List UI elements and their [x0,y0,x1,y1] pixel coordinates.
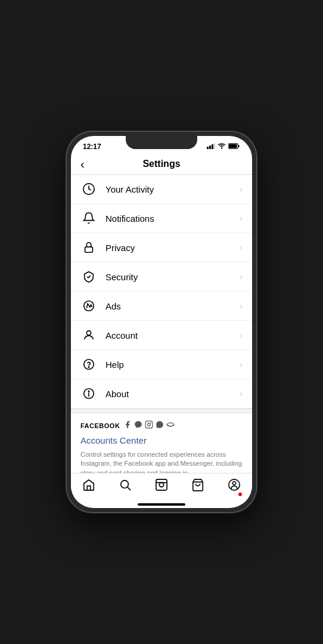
whatsapp-icon [156,420,164,431]
home-indicator [138,503,185,506]
ads-label: Ads [105,301,240,311]
svg-line-21 [128,487,131,490]
nav-shop[interactable] [187,477,209,496]
settings-row-about[interactable]: About › [71,379,252,408]
settings-content: Your Activity › Notifications › [71,175,252,473]
back-button[interactable]: ‹ [80,157,85,171]
help-icon [80,356,97,373]
svg-rect-16 [146,421,153,428]
lock-icon [80,239,97,256]
facebook-icon [123,420,132,431]
portal-icon [166,420,175,431]
svg-rect-5 [238,145,240,147]
notch [126,136,197,149]
chevron-icon: › [240,360,243,369]
svg-point-15 [88,391,89,392]
messenger-icon [134,420,142,431]
status-time: 12:17 [83,143,101,151]
account-label: Account [105,330,240,340]
settings-row-security[interactable]: Security › [71,262,252,292]
chevron-icon: › [240,213,243,223]
nav-search[interactable] [114,477,136,496]
settings-row-privacy[interactable]: Privacy › [71,233,252,262]
battery-icon [228,143,240,150]
profile-notification-dot [238,493,242,496]
reels-icon [155,478,168,495]
nav-reels[interactable] [150,477,173,496]
bell-icon [80,210,97,227]
status-icons [207,143,240,150]
settings-header: ‹ Settings [71,154,252,175]
accounts-center-link[interactable]: Accounts Center [80,435,243,445]
facebook-section: FACEBOOK [71,413,252,473]
facebook-title: FACEBOOK [80,422,120,429]
facebook-header: FACEBOOK [80,420,243,431]
bottom-navigation [71,473,252,503]
svg-rect-6 [229,144,237,148]
page-title: Settings [142,159,180,169]
facebook-description: Control settings for connected experienc… [80,450,243,473]
nav-profile[interactable] [223,477,246,496]
svg-rect-1 [209,145,211,149]
wifi-icon [218,143,226,150]
instagram-icon [145,420,153,431]
svg-point-20 [121,481,129,488]
ads-icon [80,298,97,314]
your-activity-label: Your Activity [105,184,240,194]
svg-point-12 [88,367,89,367]
chevron-icon: › [240,301,243,311]
notifications-label: Notifications [105,213,240,224]
chevron-icon: › [240,389,243,398]
main-settings-section: Your Activity › Notifications › [71,175,252,408]
chevron-icon: › [240,272,243,281]
settings-row-ads[interactable]: Ads › [71,292,252,321]
settings-row-account[interactable]: Account › [71,321,252,350]
security-label: Security [105,272,240,282]
help-label: Help [105,360,240,370]
shop-icon [191,478,204,495]
svg-rect-22 [156,479,167,490]
signal-icon [207,143,215,150]
chevron-icon: › [240,330,243,340]
svg-rect-0 [207,147,209,149]
svg-rect-3 [214,143,215,149]
facebook-brand-icons [123,420,175,431]
svg-point-10 [86,331,91,335]
svg-rect-8 [85,247,93,252]
settings-row-your-activity[interactable]: Your Activity › [71,175,252,204]
settings-row-help[interactable]: Help › [71,350,252,379]
svg-point-27 [232,482,236,485]
chevron-icon: › [240,243,243,252]
nav-home[interactable] [77,477,100,496]
settings-row-notifications[interactable]: Notifications › [71,204,252,233]
home-icon [82,478,95,495]
phone-frame: 12:17 [66,131,257,513]
chevron-icon: › [240,184,243,194]
info-icon [80,385,97,402]
section-divider [71,408,252,413]
phone-screen: 12:17 [71,136,252,508]
search-icon [119,478,132,495]
activity-icon [80,181,97,197]
svg-point-17 [148,423,151,426]
privacy-label: Privacy [105,243,240,253]
svg-point-18 [151,423,151,423]
person-icon [80,327,97,343]
about-label: About [105,389,240,399]
shield-icon [80,268,97,285]
svg-point-23 [159,482,163,487]
svg-rect-2 [212,144,213,149]
